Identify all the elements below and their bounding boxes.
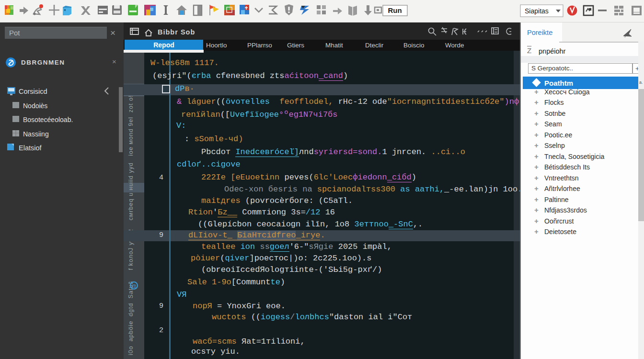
svg-text:Run: Run xyxy=(388,6,402,14)
svg-text:Bibbr Sob: Bibbr Sob xyxy=(158,28,195,36)
svg-text:Siapitas: Siapitas xyxy=(525,7,549,15)
